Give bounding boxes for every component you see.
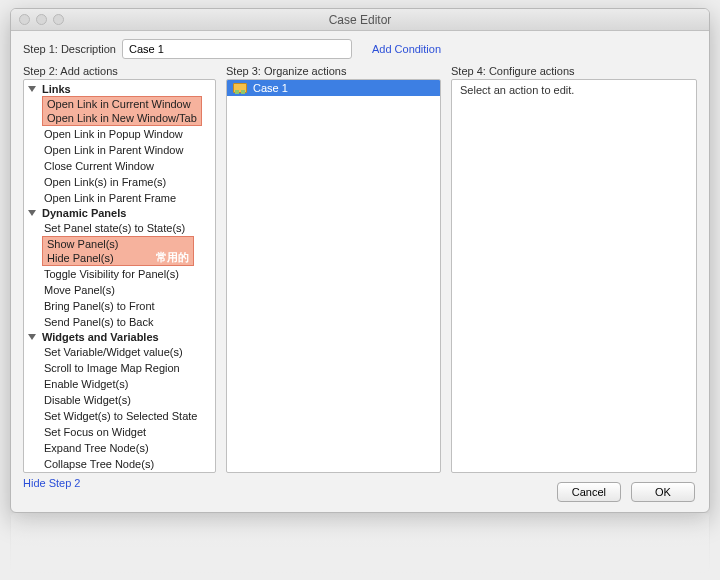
action-bring-front[interactable]: Bring Panel(s) to Front xyxy=(24,298,215,314)
action-open-parent-window[interactable]: Open Link in Parent Window xyxy=(24,142,215,158)
chevron-down-icon xyxy=(28,86,36,92)
group-widgets-label: Widgets and Variables xyxy=(42,331,159,343)
action-expand-tree[interactable]: Expand Tree Node(s) xyxy=(24,440,215,456)
action-enable-widget[interactable]: Enable Widget(s) xyxy=(24,376,215,392)
step2-label: Step 2: Add actions xyxy=(23,65,216,77)
highlight-panels: Show Panel(s) Hide Panel(s) 常用的 xyxy=(42,236,194,266)
chevron-down-icon xyxy=(28,334,36,340)
action-set-focus[interactable]: Set Focus on Widget xyxy=(24,424,215,440)
step3-label: Step 3: Organize actions xyxy=(226,65,441,77)
ok-button[interactable]: OK xyxy=(631,482,695,502)
action-scroll-map[interactable]: Scroll to Image Map Region xyxy=(24,360,215,376)
titlebar: Case Editor xyxy=(11,9,709,31)
action-open-popup[interactable]: Open Link in Popup Window xyxy=(24,126,215,142)
group-dynamic-panels-label: Dynamic Panels xyxy=(42,207,126,219)
organize-case-label: Case 1 xyxy=(253,82,288,94)
action-collapse-tree[interactable]: Collapse Tree Node(s) xyxy=(24,456,215,472)
cancel-button[interactable]: Cancel xyxy=(557,482,621,502)
step1-label: Step 1: Description xyxy=(23,43,116,55)
actions-tree-panel: Links Open Link in Current Window Open L… xyxy=(23,79,216,473)
configure-placeholder: Select an action to edit. xyxy=(460,84,574,96)
description-input[interactable] xyxy=(122,39,352,59)
action-open-frames[interactable]: Open Link(s) in Frame(s) xyxy=(24,174,215,190)
window-reflection: Hide Step 2 Cancel OK xyxy=(10,513,710,573)
action-set-selected[interactable]: Set Widget(s) to Selected State xyxy=(24,408,215,424)
group-dynamic-panels[interactable]: Dynamic Panels xyxy=(24,206,215,220)
group-links-label: Links xyxy=(42,83,71,95)
window-title: Case Editor xyxy=(11,13,709,27)
case-editor-window: Case Editor Step 1: Description Add Cond… xyxy=(10,8,710,513)
group-widgets[interactable]: Widgets and Variables xyxy=(24,330,215,344)
highlight-links: Open Link in Current Window Open Link in… xyxy=(42,96,202,126)
action-open-current[interactable]: Open Link in Current Window xyxy=(43,97,201,111)
action-open-parent-frame[interactable]: Open Link in Parent Frame xyxy=(24,190,215,206)
action-close-current[interactable]: Close Current Window xyxy=(24,158,215,174)
action-toggle-visibility[interactable]: Toggle Visibility for Panel(s) xyxy=(24,266,215,282)
configure-panel: Select an action to edit. xyxy=(451,79,697,473)
group-links[interactable]: Links xyxy=(24,82,215,96)
action-disable-widget[interactable]: Disable Widget(s) xyxy=(24,392,215,408)
action-set-variable[interactable]: Set Variable/Widget value(s) xyxy=(24,344,215,360)
action-open-new-tab[interactable]: Open Link in New Window/Tab xyxy=(43,111,201,125)
organize-panel: Case 1 xyxy=(226,79,441,473)
step4-label: Step 4: Configure actions xyxy=(451,65,697,77)
hide-step2-link[interactable]: Hide Step 2 xyxy=(23,477,80,489)
case-icon xyxy=(233,83,247,93)
chevron-down-icon xyxy=(28,210,36,216)
highlight-label: 常用的 xyxy=(156,250,189,265)
organize-case-row[interactable]: Case 1 xyxy=(227,80,440,96)
add-condition-link[interactable]: Add Condition xyxy=(372,43,441,55)
action-set-panel-state[interactable]: Set Panel state(s) to State(s) xyxy=(24,220,215,236)
action-show-panel[interactable]: Show Panel(s) xyxy=(43,237,193,251)
action-send-back[interactable]: Send Panel(s) to Back xyxy=(24,314,215,330)
action-move-panel[interactable]: Move Panel(s) xyxy=(24,282,215,298)
